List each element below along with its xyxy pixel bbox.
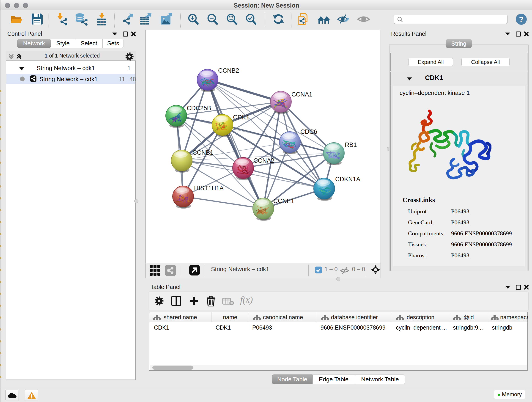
svg-text:?: ? [519, 15, 524, 24]
svg-text:RB1: RB1 [345, 141, 357, 148]
svg-text:CCNA2: CCNA2 [253, 157, 274, 164]
svg-text:CDKN1A: CDKN1A [335, 176, 360, 183]
svg-text:CCNA1: CCNA1 [291, 91, 312, 98]
svg-text:CCNB1: CCNB1 [192, 149, 214, 156]
svg-text:CDC6: CDC6 [300, 128, 317, 135]
svg-text:CDK1: CDK1 [233, 114, 249, 121]
svg-text:CDC25B: CDC25B [187, 105, 211, 112]
svg-text:CCNE1: CCNE1 [273, 198, 294, 204]
svg-text:CCNB2: CCNB2 [218, 67, 239, 74]
svg-text:HIST1H1A: HIST1H1A [194, 185, 224, 191]
